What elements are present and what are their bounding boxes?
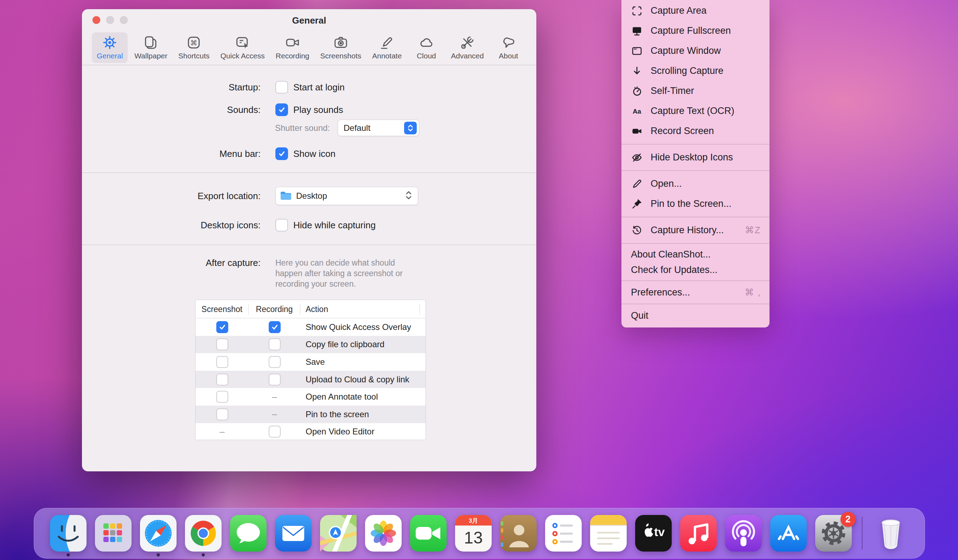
dock-item-music[interactable] — [680, 515, 717, 552]
column-header-action: Action — [300, 303, 420, 315]
tab-screenshots[interactable]: Screenshots — [316, 32, 366, 63]
podcasts-icon — [725, 515, 762, 552]
menu-divider — [622, 170, 769, 171]
menu-divider — [622, 217, 769, 217]
startup-label: Startup: — [82, 82, 261, 93]
shutter-sound-label: Shutter sound: — [82, 123, 330, 133]
dock-item-appstore[interactable] — [770, 515, 807, 552]
calendar-icon: 3月13 — [455, 515, 492, 552]
dock-item-chrome[interactable] — [185, 515, 222, 552]
dock-item-maps[interactable] — [320, 515, 357, 552]
recording-checkbox[interactable] — [269, 321, 281, 333]
screenshot-checkbox[interactable] — [216, 374, 228, 385]
column-header-screenshot: Screenshot — [195, 303, 249, 315]
show-icon-checkbox[interactable] — [275, 148, 288, 160]
menu-item-about-cleanshot[interactable]: About CleanShot... — [622, 247, 769, 262]
hide-while-capturing-checkbox[interactable] — [275, 219, 288, 232]
appstore-icon — [770, 515, 807, 552]
preferences-window: General GeneralWallpaper⌘ShortcutsQuick … — [82, 9, 536, 471]
menu-divider — [622, 243, 769, 244]
recording-checkbox[interactable] — [269, 356, 281, 368]
dock-item-trash[interactable] — [872, 515, 909, 552]
dock-item-launchpad[interactable] — [95, 515, 132, 552]
recording-checkbox[interactable] — [269, 374, 281, 385]
menu-item-label: Capture History... — [650, 225, 724, 236]
recording-checkbox[interactable] — [269, 338, 281, 351]
tab-about[interactable]: About — [491, 32, 527, 63]
menu-item-capture-area[interactable]: Capture Area — [622, 1, 769, 21]
dock-item-settings[interactable]: 2 — [815, 515, 852, 552]
tab-advanced[interactable]: Advanced — [447, 32, 488, 63]
tab-label: Wallpaper — [134, 52, 167, 60]
screenshot-checkbox[interactable] — [216, 408, 228, 420]
finder-icon — [50, 515, 87, 552]
tab-shortcuts[interactable]: ⌘Shortcuts — [174, 32, 214, 63]
tab-cloud[interactable]: Cloud — [408, 32, 444, 63]
action-label: Save — [300, 357, 325, 367]
menu-item-label: Scrolling Capture — [650, 65, 723, 76]
menu-item-capture-window[interactable]: Capture Window — [622, 41, 769, 61]
recording-checkbox[interactable] — [269, 426, 281, 438]
dock-item-mail[interactable] — [275, 515, 312, 552]
dock-item-appletv[interactable]: tv — [635, 515, 672, 552]
shutter-sound-select[interactable]: Default — [338, 120, 419, 136]
menu-item-scrolling-capture[interactable]: Scrolling Capture — [622, 61, 769, 81]
tab-label: Screenshots — [320, 52, 362, 60]
dock-item-notes[interactable] — [590, 515, 627, 552]
menu-item-shortcut: ⌘Z — [745, 225, 761, 236]
dock-item-finder[interactable] — [50, 515, 87, 552]
dock-item-safari[interactable] — [140, 515, 176, 552]
tab-quick-access[interactable]: Quick Access — [216, 32, 269, 63]
table-row: Copy file to clipboard — [195, 336, 425, 354]
play-sounds-label: Play sounds — [293, 105, 343, 115]
wallpaper-icon — [143, 35, 158, 50]
capture-history-icon — [631, 224, 643, 236]
desktop-wallpaper: General GeneralWallpaper⌘ShortcutsQuick … — [0, 0, 958, 560]
play-sounds-checkbox[interactable] — [275, 103, 288, 116]
mail-icon — [275, 515, 312, 552]
dock-item-messages[interactable] — [230, 515, 266, 552]
dock-item-facetime[interactable] — [410, 515, 447, 552]
cloud-icon — [419, 35, 434, 50]
export-location-select[interactable]: Desktop — [275, 187, 418, 205]
menu-item-label: Capture Text (OCR) — [650, 106, 734, 116]
menu-item-self-timer[interactable]: Self-Timer — [622, 81, 769, 101]
start-at-login-checkbox[interactable] — [275, 81, 288, 94]
menu-item-quit[interactable]: Quit — [622, 307, 769, 324]
tab-annotate[interactable]: Annotate — [368, 32, 406, 63]
show-icon-label: Show icon — [293, 148, 336, 159]
svg-text:tv: tv — [654, 525, 665, 539]
music-icon — [680, 515, 717, 552]
after-capture-description: Here you can decide what should happen a… — [275, 257, 419, 289]
menu-item-hide-desktop-icons[interactable]: Hide Desktop Icons — [622, 148, 769, 167]
dock-item-calendar[interactable]: 3月13 — [455, 515, 492, 552]
tab-wallpaper[interactable]: Wallpaper — [130, 32, 171, 63]
action-label: Pin to the screen — [300, 409, 369, 419]
menu-item-record-screen[interactable]: Record Screen — [622, 121, 769, 141]
menu-item-label: About CleanShot... — [631, 249, 711, 260]
menu-item-capture-history[interactable]: Capture History...⌘Z — [622, 220, 769, 240]
menu-item-check-for-updates[interactable]: Check for Updates... — [622, 262, 769, 278]
dock-item-podcasts[interactable] — [725, 515, 762, 552]
menu-item-capture-fullscreen[interactable]: Capture Fullscreen — [622, 21, 769, 41]
capture-fullscreen-icon — [631, 25, 643, 37]
menu-item-pin-to-the-screen[interactable]: Pin to the Screen... — [622, 194, 769, 214]
tab-general[interactable]: General — [92, 32, 128, 63]
divider — [82, 65, 536, 65]
menu-item-open[interactable]: Open... — [622, 174, 769, 194]
menu-item-capture-text-ocr[interactable]: AaCapture Text (OCR) — [622, 101, 769, 121]
dock-item-contacts[interactable] — [500, 515, 537, 552]
tab-recording[interactable]: Recording — [271, 32, 314, 63]
dock-item-reminders[interactable] — [545, 515, 582, 552]
reminders-icon — [545, 515, 582, 552]
maps-icon — [320, 515, 357, 552]
screenshot-checkbox[interactable] — [216, 391, 228, 403]
chevron-updown-icon — [404, 190, 413, 202]
menu-item-label: Preferences... — [631, 287, 690, 298]
dock-item-photos[interactable] — [365, 515, 401, 552]
table-row: –Pin to the screen — [195, 406, 425, 423]
screenshot-checkbox[interactable] — [216, 321, 228, 333]
screenshot-checkbox[interactable] — [216, 338, 228, 351]
screenshot-checkbox[interactable] — [216, 356, 228, 368]
menu-item-preferences[interactable]: Preferences...⌘ , — [622, 284, 769, 301]
